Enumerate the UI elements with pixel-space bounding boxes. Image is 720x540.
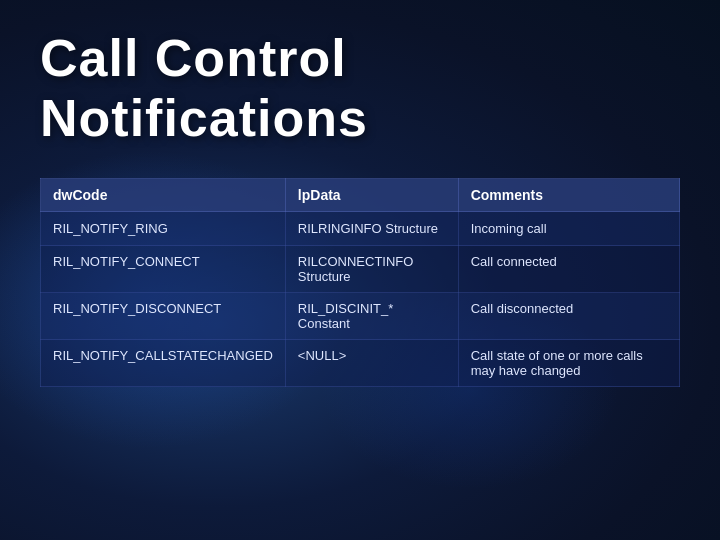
cell-dwcode: RIL_NOTIFY_DISCONNECT [41, 293, 286, 340]
cell-lpdata: RIL_DISCINIT_* Constant [285, 293, 458, 340]
cell-lpdata: RILRINGINFO Structure [285, 212, 458, 246]
cell-comments: Call disconnected [458, 293, 679, 340]
table-row: RIL_NOTIFY_DISCONNECTRIL_DISCINIT_* Cons… [41, 293, 680, 340]
cell-dwcode: RIL_NOTIFY_CALLSTATECHANGED [41, 340, 286, 387]
cell-comments: Incoming call [458, 212, 679, 246]
cell-dwcode: RIL_NOTIFY_RING [41, 212, 286, 246]
table-row: RIL_NOTIFY_RINGRILRINGINFO StructureInco… [41, 212, 680, 246]
col-header-comments: Comments [458, 179, 679, 212]
cell-comments: Call connected [458, 246, 679, 293]
notifications-table: dwCode lpData Comments RIL_NOTIFY_RINGRI… [40, 178, 680, 387]
cell-comments: Call state of one or more calls may have… [458, 340, 679, 387]
cell-lpdata: RILCONNECTINFO Structure [285, 246, 458, 293]
col-header-dwcode: dwCode [41, 179, 286, 212]
cell-lpdata: <NULL> [285, 340, 458, 387]
cell-dwcode: RIL_NOTIFY_CONNECT [41, 246, 286, 293]
table-row: RIL_NOTIFY_CONNECTRILCONNECTINFO Structu… [41, 246, 680, 293]
page-title: Call Control Notifications [0, 0, 720, 168]
notifications-table-container: dwCode lpData Comments RIL_NOTIFY_RINGRI… [40, 178, 680, 387]
col-header-lpdata: lpData [285, 179, 458, 212]
table-row: RIL_NOTIFY_CALLSTATECHANGED<NULL>Call st… [41, 340, 680, 387]
table-header-row: dwCode lpData Comments [41, 179, 680, 212]
